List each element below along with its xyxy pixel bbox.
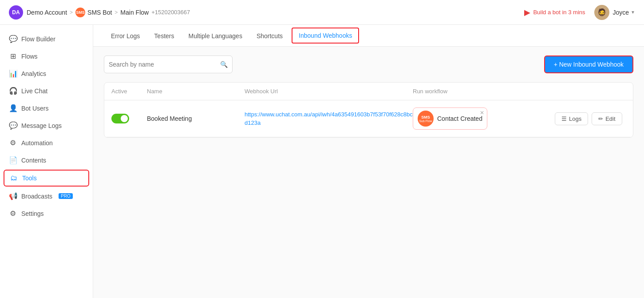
sidebar-label-automation: Automation — [21, 139, 53, 147]
table-row: Booked Meeting https://www.uchat.com.au/… — [104, 100, 633, 137]
header-actions — [555, 88, 626, 95]
sidebar-item-broadcasts[interactable]: 📢 Broadcasts PRO — [0, 187, 93, 205]
header-active: Active — [111, 88, 147, 95]
search-input[interactable] — [109, 61, 217, 68]
workflow-close-icon[interactable]: ✕ — [480, 110, 484, 116]
nav-left: DA Demo Account > SMS SMS Bot > Main Flo… — [9, 5, 190, 20]
user-avatar: 🧔 — [594, 5, 609, 20]
toggle-active[interactable] — [111, 114, 129, 123]
sidebar-item-automation[interactable]: ⚙ Automation — [0, 134, 93, 151]
logs-button[interactable]: ☰ Logs — [555, 112, 588, 125]
tools-icon: 🗂 — [10, 174, 18, 182]
user-info[interactable]: 🧔 Joyce ▼ — [594, 5, 635, 20]
sms-bot-label[interactable]: SMS Bot — [87, 9, 112, 16]
row-workflow: SMS Sub Flow Contact Created ✕ — [413, 107, 555, 130]
sep2: > — [115, 9, 118, 16]
flow-name[interactable]: Main Flow — [120, 9, 149, 16]
sidebar-label-live-chat: Live Chat — [21, 87, 47, 95]
header-webhook-url: Webhook Url — [245, 88, 413, 95]
logs-icon: ☰ — [561, 115, 567, 122]
top-controls: 🔍 + New Inbound Webhook — [104, 56, 633, 73]
automation-icon: ⚙ — [9, 139, 17, 147]
sidebar-item-settings[interactable]: ⚙ Settings — [0, 205, 93, 222]
tab-multiple-languages[interactable]: Multiple Languages — [181, 25, 249, 47]
sidebar-label-contents: Contents — [21, 157, 46, 164]
nav-right: ▶ Build a bot in 3 mins 🧔 Joyce ▼ — [524, 5, 635, 20]
sidebar-item-analytics[interactable]: 📊 Analytics — [0, 65, 93, 82]
build-bot-text: Build a bot in 3 mins — [533, 9, 585, 16]
broadcasts-icon: 📢 — [9, 192, 17, 200]
sidebar-label-settings: Settings — [21, 210, 44, 217]
flow-builder-icon: 💬 — [9, 35, 17, 43]
breadcrumb: Demo Account > SMS SMS Bot > Main Flow +… — [27, 8, 190, 17]
tab-testers[interactable]: Testers — [147, 25, 181, 47]
youtube-icon: ▶ — [524, 8, 530, 17]
header-name: Name — [147, 88, 245, 95]
tab-error-logs[interactable]: Error Logs — [104, 25, 147, 47]
table-header: Active Name Webhook Url Run workflow — [104, 83, 633, 100]
top-nav: DA Demo Account > SMS SMS Bot > Main Flo… — [0, 0, 644, 25]
content: Error Logs Testers Multiple Languages Sh… — [93, 25, 644, 298]
tab-inbound-webhooks[interactable]: Inbound Webhooks — [292, 28, 359, 44]
tab-shortcuts[interactable]: Shortcuts — [249, 25, 290, 47]
main-layout: 💬 Flow Builder ⊞ Flows 📊 Analytics 🎧 Liv… — [0, 25, 644, 298]
workflow-badge: SMS Sub Flow Contact Created ✕ — [413, 107, 487, 130]
sidebar-item-bot-users[interactable]: 👤 Bot Users — [0, 99, 93, 117]
workflow-name: Contact Created — [437, 115, 482, 122]
content-body: 🔍 + New Inbound Webhook Active Name Webh… — [93, 47, 644, 298]
row-actions: ☰ Logs ✏ Edit — [555, 112, 626, 125]
edit-label: Edit — [605, 115, 615, 122]
sidebar-label-message-logs: Message Logs — [21, 122, 62, 129]
sidebar-label-flows: Flows — [21, 53, 38, 60]
search-box[interactable]: 🔍 — [104, 56, 233, 73]
webhooks-table: Active Name Webhook Url Run workflow Boo… — [104, 82, 633, 138]
sms-icon: SMS — [75, 8, 85, 17]
flows-icon: ⊞ — [9, 52, 17, 60]
sep1: > — [70, 9, 73, 16]
new-inbound-webhook-button[interactable]: + New Inbound Webhook — [544, 56, 633, 73]
bot-users-icon: 👤 — [9, 104, 17, 112]
edit-icon: ✏ — [598, 115, 603, 122]
analytics-icon: 📊 — [9, 69, 17, 78]
phone-number: +15202003667 — [151, 9, 190, 16]
sms-sub-flow-icon: SMS Sub Flow — [418, 111, 434, 127]
message-logs-icon: 💬 — [9, 121, 17, 130]
sub-flow-text: Sub Flow — [419, 119, 432, 123]
settings-icon: ⚙ — [9, 209, 17, 218]
sidebar-item-flow-builder[interactable]: 💬 Flow Builder — [0, 30, 93, 48]
row-name: Booked Meeting — [147, 115, 245, 122]
contents-icon: 📄 — [9, 156, 17, 164]
account-avatar: DA — [9, 5, 23, 20]
row-active[interactable] — [111, 114, 147, 123]
account-name[interactable]: Demo Account — [27, 9, 67, 16]
sidebar-label-analytics: Analytics — [21, 70, 46, 77]
row-webhook-url: https://www.uchat.com.au/api/iwh/4a63549… — [245, 110, 413, 127]
pro-badge: PRO — [59, 193, 73, 199]
build-bot-link[interactable]: ▶ Build a bot in 3 mins — [524, 8, 585, 17]
sidebar-label-broadcasts: Broadcasts — [21, 193, 52, 200]
live-chat-icon: 🎧 — [9, 87, 17, 95]
sidebar-item-tools[interactable]: 🗂 Tools — [4, 170, 89, 187]
sidebar-label-bot-users: Bot Users — [21, 105, 48, 112]
sidebar-item-message-logs[interactable]: 💬 Message Logs — [0, 117, 93, 134]
tabs-bar: Error Logs Testers Multiple Languages Sh… — [93, 25, 644, 47]
sidebar-label-tools: Tools — [22, 175, 37, 182]
sidebar: 💬 Flow Builder ⊞ Flows 📊 Analytics 🎧 Liv… — [0, 25, 93, 298]
sidebar-item-contents[interactable]: 📄 Contents — [0, 151, 93, 169]
search-icon: 🔍 — [220, 61, 228, 68]
user-name: Joyce ▼ — [613, 9, 635, 16]
sidebar-label-flow-builder: Flow Builder — [21, 36, 55, 43]
edit-button[interactable]: ✏ Edit — [592, 112, 622, 125]
sidebar-item-flows[interactable]: ⊞ Flows — [0, 48, 93, 65]
chevron-down-icon: ▼ — [631, 10, 635, 15]
header-run-workflow: Run workflow — [413, 88, 555, 95]
sidebar-item-live-chat[interactable]: 🎧 Live Chat — [0, 82, 93, 99]
logs-label: Logs — [569, 115, 581, 122]
sms-text: SMS — [421, 115, 430, 119]
